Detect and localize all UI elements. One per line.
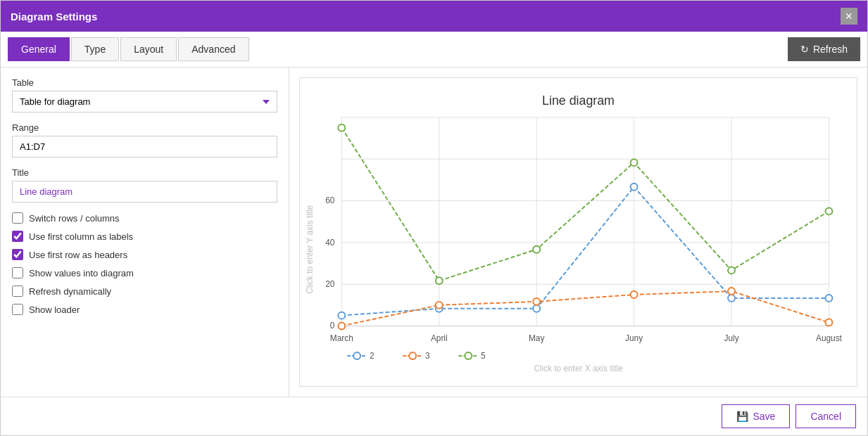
show-values-label: Show values into diagram	[29, 268, 134, 278]
cancel-button[interactable]: Cancel	[795, 404, 856, 428]
svg-point-31	[533, 298, 540, 305]
show-loader-label: Show loader	[29, 304, 80, 315]
svg-point-27	[728, 295, 735, 302]
tab-type[interactable]: Type	[71, 37, 119, 61]
svg-point-28	[826, 295, 833, 302]
title-field-group: Title	[12, 167, 277, 203]
svg-point-32	[631, 291, 638, 298]
svg-point-37	[533, 246, 540, 253]
svg-point-40	[826, 207, 833, 214]
tab-advanced[interactable]: Advanced	[178, 37, 249, 61]
svg-point-34	[826, 319, 833, 326]
title-bar: Diagram Settings ✕	[1, 1, 867, 32]
checkbox-show-values: Show values into diagram	[12, 267, 277, 278]
svg-point-33	[728, 288, 735, 295]
checkbox-first-col: Use first column as labels	[12, 231, 277, 242]
refresh-dynamic-label: Refresh dynamically	[29, 286, 111, 297]
svg-text:Juny: Juny	[625, 333, 643, 343]
svg-text:July: July	[724, 333, 738, 343]
svg-text:April: April	[431, 333, 448, 343]
right-panel: Line diagram Click to enter Y axis title	[289, 68, 867, 397]
title-label: Title	[12, 167, 277, 178]
svg-point-39	[728, 267, 735, 274]
range-input[interactable]	[12, 136, 277, 158]
checkbox-switch-rows: Switch rows / columns	[12, 212, 277, 224]
svg-text:0: 0	[330, 321, 335, 331]
first-row-checkbox[interactable]	[12, 249, 23, 260]
content-area: Table Table for diagram Range Title Swit…	[1, 68, 867, 397]
svg-point-23	[338, 312, 345, 319]
svg-text:Click to enter X axis title: Click to enter X axis title	[534, 364, 623, 373]
svg-point-42	[353, 352, 360, 359]
switch-rows-label: Switch rows / columns	[29, 213, 120, 224]
first-col-checkbox[interactable]	[12, 231, 23, 242]
svg-point-25	[533, 305, 540, 312]
svg-point-30	[436, 302, 443, 309]
checkbox-refresh-dynamic: Refresh dynamically	[12, 286, 277, 297]
close-button[interactable]: ✕	[841, 8, 857, 25]
show-loader-checkbox[interactable]	[12, 304, 23, 315]
switch-rows-checkbox[interactable]	[12, 212, 23, 224]
svg-text:August: August	[816, 333, 843, 343]
svg-text:5: 5	[481, 351, 486, 361]
svg-point-35	[338, 124, 345, 132]
table-field-group: Table Table for diagram	[12, 77, 277, 113]
footer: 💾 Save Cancel	[1, 397, 867, 435]
svg-point-26	[631, 184, 638, 191]
svg-point-45	[409, 352, 416, 359]
svg-text:2: 2	[370, 351, 375, 361]
refresh-icon: ↻	[800, 44, 809, 55]
svg-text:40: 40	[325, 238, 335, 248]
tab-bar: General Type Layout Advanced ↻ Refresh	[1, 32, 867, 68]
svg-point-38	[631, 159, 638, 166]
svg-point-48	[465, 352, 472, 359]
svg-text:3: 3	[425, 351, 430, 361]
y-axis-title: Click to enter Y axis title	[305, 205, 315, 294]
save-icon: 💾	[736, 411, 748, 422]
svg-point-36	[436, 277, 443, 284]
svg-text:May: May	[529, 333, 544, 343]
range-field-group: Range	[12, 122, 277, 158]
tab-general[interactable]: General	[8, 37, 70, 61]
chart-title: Line diagram	[542, 94, 615, 108]
refresh-button[interactable]: ↻ Refresh	[788, 37, 860, 61]
svg-text:March: March	[330, 333, 353, 343]
svg-point-29	[338, 323, 345, 330]
table-label: Table	[12, 77, 277, 88]
checkbox-first-row: Use first row as headers	[12, 249, 277, 260]
first-col-label: Use first column as labels	[29, 231, 133, 242]
chart-container[interactable]: Line diagram Click to enter Y axis title	[299, 77, 857, 387]
svg-text:60: 60	[325, 195, 335, 205]
first-row-label: Use first row as headers	[29, 250, 127, 260]
chart-svg: Line diagram Click to enter Y axis title	[300, 78, 857, 386]
show-values-checkbox[interactable]	[12, 267, 23, 278]
dialog-title: Diagram Settings	[11, 11, 97, 23]
left-panel: Table Table for diagram Range Title Swit…	[1, 68, 289, 397]
tab-layout[interactable]: Layout	[120, 37, 177, 61]
title-input[interactable]	[12, 181, 277, 203]
save-button[interactable]: 💾 Save	[722, 404, 790, 428]
checkbox-show-loader: Show loader	[12, 304, 277, 315]
table-select[interactable]: Table for diagram	[12, 91, 277, 113]
refresh-dynamic-checkbox[interactable]	[12, 286, 23, 297]
svg-text:20: 20	[325, 279, 335, 289]
range-label: Range	[12, 122, 277, 133]
dialog: Diagram Settings ✕ General Type Layout A…	[0, 0, 868, 436]
